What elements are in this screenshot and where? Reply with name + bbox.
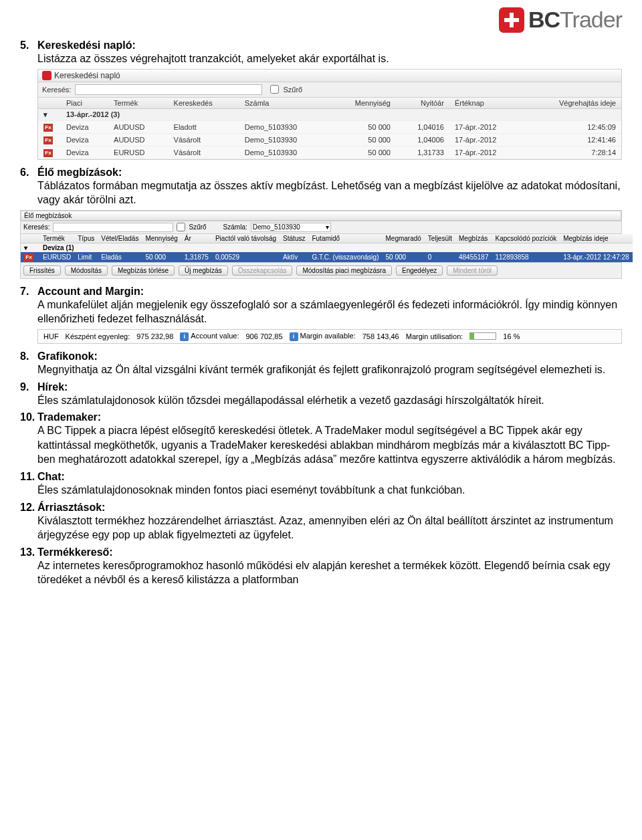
account-label: Számla: (223, 223, 247, 231)
modify-button[interactable]: Módosítás (65, 266, 108, 276)
link-button[interactable]: Összekapcsolás (232, 266, 293, 276)
section-title: Termékkereső: (37, 546, 113, 558)
search-label: Keresés: (23, 223, 49, 231)
margin-util-value: 16 % (503, 332, 520, 340)
window-title: Élő megbízások (21, 211, 621, 221)
section-body: Az internetes keresőprogramokhoz hasonló… (37, 558, 622, 587)
section-7: Account and Margin: A munkafelület alján… (20, 286, 622, 344)
button-bar: Frissítés Módosítás Megbízás törlése Új … (21, 262, 621, 278)
margin-meter (469, 332, 496, 340)
plus-icon (499, 7, 524, 33)
section-title: Élő megbízások: (37, 167, 122, 179)
filter-checkbox[interactable] (270, 85, 279, 94)
trade-log-table: Piaci Termék Kereskedés Számla Mennyiség… (38, 98, 621, 159)
screenshot-account-bar: HUF Készpént egyenleg: 975 232,98 iAccou… (37, 329, 622, 344)
logo-trader: Trader (560, 7, 622, 33)
table-row[interactable]: FxDevizaAUDUSDEladottDemo_510393050 0001… (38, 120, 621, 133)
search-input[interactable] (75, 84, 262, 95)
section-title: Trademaker: (37, 411, 101, 423)
table-row[interactable]: FxDevizaAUDUSDVásároltDemo_510393050 000… (38, 133, 621, 146)
section-6: Élő megbízások: Táblázatos formában megm… (20, 167, 622, 279)
filter-checkbox[interactable] (177, 223, 185, 231)
section-10: Trademaker: A BC Tippek a piacra lépést … (20, 411, 622, 467)
group-row[interactable]: ▾13-ápr.-2012 (3) (38, 108, 621, 120)
filter-label: Szűrő (283, 86, 302, 94)
account-value: 906 702,85 (245, 332, 282, 340)
section-body: Éles számlatulajdonosok külön tőzsdei me… (37, 393, 622, 408)
account-dropdown[interactable]: Demo_5103930 ▾ (251, 223, 331, 232)
section-13: Termékkereső: Az internetes keresőprogra… (20, 546, 622, 587)
section-11: Chat: Éles számlatulajdonosoknak minden … (20, 471, 622, 498)
table-header-row: Termék Típus Vétel/Eladás Mennyiség Ár P… (21, 234, 633, 243)
section-title: Grafikonok: (37, 350, 98, 362)
logo: BC Trader (20, 7, 622, 33)
section-title: Hírek: (37, 381, 68, 393)
section-title: Kereskedési napló: (37, 39, 136, 51)
search-label: Keresés: (42, 86, 71, 94)
group-row[interactable]: ▾Deviza (1) (21, 243, 633, 252)
account-value-label: Account value: (191, 332, 239, 340)
app-icon (42, 71, 51, 80)
section-title: Chat: (37, 471, 65, 483)
logo-bc: BC (528, 7, 560, 33)
table-header-row: Piaci Termék Kereskedés Számla Mennyiség… (38, 98, 621, 109)
refresh-button[interactable]: Frissítés (23, 266, 61, 276)
delete-order-button[interactable]: Megbízás törlése (112, 266, 175, 276)
enable-button[interactable]: Engedélyez (396, 266, 443, 276)
window-title: Kereskedési napló (54, 71, 120, 80)
search-input[interactable] (53, 223, 173, 232)
section-body: A BC Tippek a piacra lépést elősegítő ke… (37, 423, 622, 467)
section-5: Kereskedési napló: Listázza az összes vé… (20, 39, 622, 160)
screenshot-trade-log: Kereskedési napló Keresés: Szűrő Piaci T… (37, 69, 622, 160)
new-order-button[interactable]: Új megbízás (179, 266, 228, 276)
section-9: Hírek: Éles számlatulajdonosok külön tőz… (20, 381, 622, 408)
margin-util-label: Margin utilisation: (406, 332, 463, 340)
section-title: Account and Margin: (37, 286, 144, 298)
section-body: Listázza az összes végrehajtott tranzakc… (37, 51, 622, 66)
section-body: Megnyithatja az Ön által vizsgálni kíván… (37, 362, 622, 377)
section-body: A munkafelület alján megjelenik egy össz… (37, 298, 622, 326)
section-body: Éles számlatulajdonosoknak minden fontos… (37, 483, 622, 498)
filter-label: Szűrő (189, 223, 206, 231)
table-row[interactable]: Fx EURUSDLimitEladás 50 0001,318750,0052… (21, 252, 633, 262)
section-8: Grafikonok: Megnyithatja az Ön által viz… (20, 350, 622, 377)
margin-available-value: 758 143,46 (362, 332, 399, 340)
live-orders-table: Termék Típus Vétel/Eladás Mennyiség Ár P… (21, 234, 633, 262)
section-body: Táblázatos formában megmutatja az összes… (37, 179, 622, 207)
modify-to-market-button[interactable]: Módosítás piaci megbízásra (296, 266, 392, 276)
margin-available-label: Margin available: (300, 332, 356, 340)
chevron-down-icon: ▾ (326, 223, 329, 231)
info-icon[interactable]: i (290, 332, 298, 341)
screenshot-live-orders: Élő megbízások Keresés: Szűrő Számla: De… (20, 210, 622, 279)
delete-all-button[interactable]: Mindent töröl (447, 266, 498, 276)
section-list: Kereskedési napló: Listázza az összes vé… (20, 39, 622, 587)
section-title: Árriasztások: (37, 502, 105, 514)
currency-label: HUF (43, 332, 59, 340)
section-body: Kiválasztott termékhez hozzárendelhet ár… (37, 514, 622, 542)
section-12: Árriasztások: Kiválasztott termékhez hoz… (20, 502, 622, 542)
cash-balance-value: 975 232,98 (136, 332, 173, 340)
table-row[interactable]: FxDevizaEURUSDVásároltDemo_510393050 000… (38, 146, 621, 159)
cash-balance-label: Készpént egyenleg: (66, 332, 130, 340)
info-icon[interactable]: i (180, 332, 189, 341)
